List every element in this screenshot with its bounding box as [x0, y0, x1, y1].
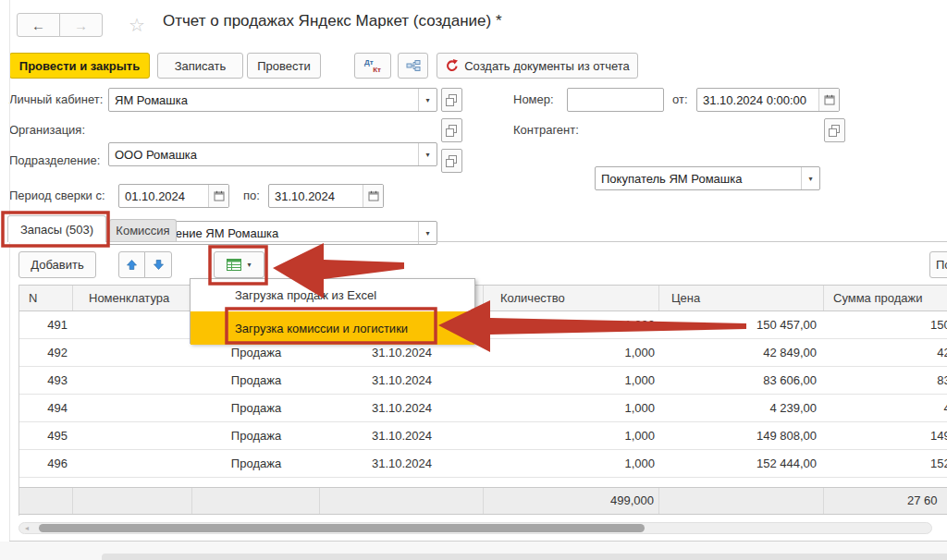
number-input[interactable]: [567, 88, 664, 112]
table-totals-row-cell-quantity: 499,000: [484, 488, 659, 514]
tab-commission[interactable]: Комиссия: [109, 219, 177, 241]
forward-button[interactable]: →: [59, 13, 103, 37]
table-row-cell-operation: Продажа: [192, 422, 320, 449]
create-documents-button[interactable]: Создать документы из отчета: [437, 53, 638, 79]
move-up-button[interactable]: [118, 251, 145, 278]
table-row-cell-quantity: 1,000: [484, 367, 659, 394]
table-row-cell-sum: 150 457,00: [824, 311, 947, 338]
table-row-cell-sum: 42 849,00: [824, 339, 947, 366]
scrollbar-left-arrow-icon[interactable]: ◂: [25, 524, 29, 532]
table-row-cell-nomenclature: [73, 422, 192, 449]
forward-arrow-icon: →: [74, 18, 88, 33]
personal-cabinet-open-button[interactable]: [441, 88, 462, 112]
number-label: Номер:: [513, 88, 554, 112]
save-button[interactable]: Записать: [157, 53, 243, 79]
excel-load-menu-button[interactable]: ▾: [214, 251, 264, 278]
table-row[interactable]: 496Продажа31.10.20241,000152 444,00152 4…: [19, 450, 947, 478]
tab-strip-divider: [7, 241, 947, 242]
date-label: от:: [672, 88, 688, 112]
table-row-cell-date: 31.10.2024: [320, 367, 484, 394]
menu-item-load-commission-logistics[interactable]: Загрузка комиссии и логистики: [191, 311, 474, 345]
table-totals-row-cell-date: [320, 488, 484, 514]
back-button[interactable]: ←: [17, 13, 60, 37]
table-totals-row-cell-operation: [192, 488, 320, 514]
counterparty-input[interactable]: Покупатель ЯМ Ромашка ▾: [595, 166, 820, 190]
structure-icon: [406, 59, 421, 72]
table-row[interactable]: 493Продажа31.10.20241,00083 606,0083 606…: [19, 367, 947, 395]
organization-label: Организация:: [9, 118, 85, 142]
excel-menu-caret-icon: ▾: [247, 261, 251, 269]
personal-cabinet-dropdown-icon[interactable]: ▾: [418, 89, 437, 111]
table-row-cell-n: 492: [19, 339, 73, 366]
document-structure-button[interactable]: [398, 53, 428, 79]
back-arrow-icon: ←: [31, 18, 45, 33]
table-row-cell-nomenclature: [73, 311, 192, 338]
table-row-cell-sum: 83 606,00: [824, 367, 947, 394]
table-row-cell-price: 150 457,00: [659, 311, 824, 338]
period-to-value: 31.10.2024: [275, 189, 335, 203]
table-totals-row: 499,00027 60: [19, 487, 947, 515]
period-label: Период сверки с:: [9, 184, 105, 208]
table-row-cell-sum: 152 444,00: [824, 450, 947, 477]
counterparty-open-button[interactable]: [824, 118, 845, 142]
organization-input[interactable]: ООО Ромашка ▾: [108, 142, 437, 166]
organization-dropdown-icon[interactable]: ▾: [418, 143, 437, 165]
menu-item-load-sales-excel[interactable]: Загрузка продаж из Excel: [191, 279, 474, 311]
down-arrow-icon: [153, 259, 165, 271]
table-row-cell-quantity: 1,000: [484, 339, 659, 366]
table-row-cell-date: 31.10.2024: [320, 450, 484, 477]
table-header-row-cell-price: Цена: [659, 286, 824, 310]
tab-stocks[interactable]: Запасы (503): [7, 215, 106, 242]
table-header-row-cell-quantity: Количество: [484, 286, 659, 310]
bottom-window-edge: [102, 554, 947, 560]
table-row[interactable]: 495Продажа31.10.20241,000149 808,00149 8…: [19, 422, 947, 450]
table-row-cell-operation: Продажа: [192, 395, 320, 421]
table-row-cell-nomenclature: [73, 450, 192, 477]
period-to-label: по:: [243, 184, 260, 208]
personal-cabinet-input[interactable]: ЯМ Ромашка ▾: [108, 88, 437, 112]
table-row-cell-price: 42 849,00: [659, 339, 824, 366]
favorite-star-icon[interactable]: ☆: [129, 14, 145, 36]
table-row-cell-n: 495: [19, 422, 73, 449]
table-empty-gap: [19, 478, 947, 487]
table-row-cell-price: 4 239,00: [659, 395, 824, 421]
open-link-icon: [445, 154, 459, 168]
open-link-icon: [445, 124, 459, 138]
table-row-cell-quantity: 1,000: [484, 422, 659, 449]
move-down-button[interactable]: [144, 251, 172, 278]
table-header-row-cell-nomenclature: Номенклатура: [73, 286, 192, 310]
add-row-button[interactable]: Добавить: [18, 251, 96, 278]
table-row[interactable]: 491Продажа31.10.20241,000150 457,00150 4…: [19, 311, 947, 339]
department-open-button[interactable]: [441, 149, 462, 173]
search-button-clipped[interactable]: По: [929, 251, 947, 278]
excel-import-icon: [227, 259, 241, 271]
table-row-cell-n: 493: [19, 367, 73, 394]
table-row-cell-sum: 149 808,00: [824, 422, 947, 449]
horizontal-scrollbar-thumb[interactable]: [39, 524, 645, 532]
calendar-icon[interactable]: [818, 89, 839, 111]
post-button[interactable]: Провести: [247, 53, 321, 79]
table-row[interactable]: 494Продажа31.10.20241,0004 239,004 239,0…: [19, 395, 947, 422]
dtkt-postings-button[interactable]: ДтКт: [354, 53, 391, 79]
organization-open-button[interactable]: [441, 118, 462, 142]
table-header-row-cell-n: N: [19, 286, 73, 310]
report-window: ← → ☆ Отчет о продажах Яндекс Маркет (со…: [0, 0, 947, 560]
table-row-cell-nomenclature: [73, 339, 192, 366]
table-totals-row-cell-n: [19, 488, 73, 514]
table-row-cell-n: 491: [19, 311, 73, 338]
table-row-cell-n: 494: [19, 395, 73, 421]
table-header-row-cell-sum: Сумма продажи: [824, 286, 947, 310]
stocks-table: NНоменклатураКоличествоЦенаСумма продажи…: [18, 285, 947, 516]
table-row[interactable]: 492Продажа31.10.20241,00042 849,0042 849…: [19, 339, 947, 367]
counterparty-dropdown-icon[interactable]: ▾: [801, 167, 819, 189]
table-row-cell-quantity: 1,000: [484, 450, 659, 477]
table-row-cell-date: 31.10.2024: [320, 395, 484, 421]
period-from-input[interactable]: 01.10.2024: [118, 184, 229, 208]
table-row-cell-n: 496: [19, 450, 73, 477]
period-to-input[interactable]: 31.10.2024: [268, 184, 384, 208]
calendar-icon[interactable]: [363, 185, 383, 207]
date-input[interactable]: 31.10.2024 0:00:00: [696, 88, 840, 112]
refresh-icon: [445, 59, 458, 72]
calendar-icon[interactable]: [208, 185, 228, 207]
post-and-close-button[interactable]: Провести и закрыть: [9, 53, 150, 79]
